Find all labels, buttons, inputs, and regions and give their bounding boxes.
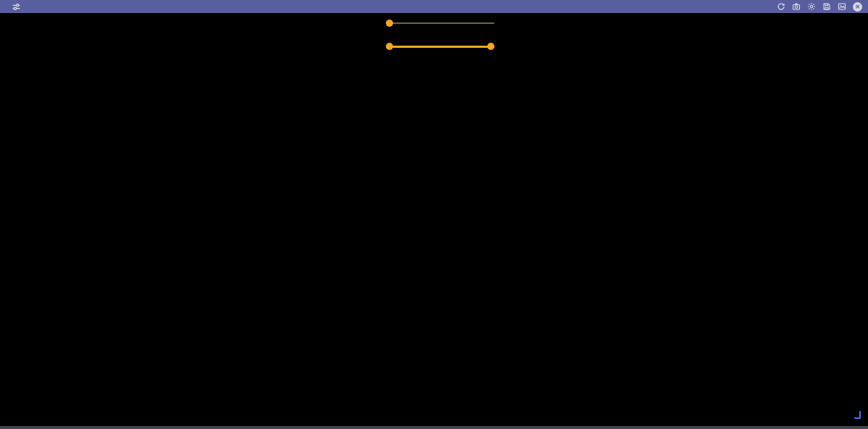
filter-sliders-icon[interactable]: [12, 2, 21, 12]
oi-vol-slider[interactable]: [389, 42, 494, 51]
window-titlebar: ✕: [0, 0, 868, 13]
resize-corner-icon: [854, 411, 861, 419]
site-link[interactable]: [853, 411, 861, 420]
save-icon[interactable]: [822, 2, 831, 11]
granularity-slider[interactable]: [389, 19, 494, 28]
granularity-slider-track[interactable]: [389, 22, 494, 24]
window-bottom-edge: [0, 426, 868, 429]
granularity-slider-handle[interactable]: [386, 20, 393, 27]
oi-vol-slider-handle-max[interactable]: [487, 43, 494, 50]
oi-vol-slider-handle-min[interactable]: [386, 43, 393, 50]
granularity-control: [270, 19, 494, 28]
screenshot-icon[interactable]: [792, 2, 801, 11]
oi-vol-slider-track[interactable]: [389, 46, 491, 48]
liquidation-levels-app: ✕: [0, 0, 868, 429]
close-icon[interactable]: ✕: [853, 2, 862, 12]
oi-vol-control: [270, 42, 494, 51]
export-image-icon[interactable]: [838, 2, 846, 11]
liquidation-chart-canvas[interactable]: [0, 0, 868, 429]
settings-icon[interactable]: [807, 2, 816, 11]
refresh-icon[interactable]: [777, 2, 785, 11]
